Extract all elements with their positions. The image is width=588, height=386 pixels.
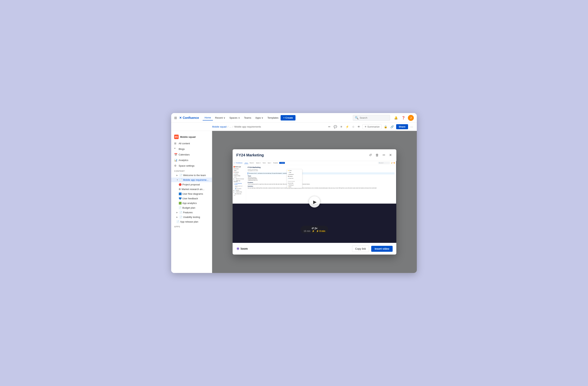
breadcrumb-space[interactable]: Mobile squad [212, 125, 227, 128]
sidebar-item-analytics[interactable]: 📊 Analytics [171, 157, 212, 163]
tree-budget[interactable]: 📄 Budget plan [171, 205, 212, 210]
help-icon[interactable]: ❓ [400, 115, 406, 121]
tree-mobile-req[interactable]: ▼ 📄 Mobile app requireme... [171, 177, 212, 182]
tree-feedback-label: User feedback [182, 197, 198, 200]
tree-icon: 💙 [179, 197, 182, 200]
tree-market-label: Market research an... [182, 188, 205, 191]
lock-icon[interactable]: 🔒 [383, 124, 388, 129]
summarize-button[interactable]: ✳ Summarize [362, 124, 382, 129]
grid-icon[interactable]: ⊞ [174, 116, 177, 120]
play-button[interactable]: ▶ [309, 196, 320, 208]
chevron-icon: ▶ [176, 216, 179, 218]
star-icon[interactable]: ☆ [351, 124, 355, 129]
sidebar-item-calendars-label: Calendars [179, 153, 189, 156]
mini-grid-icon: ⊞ [234, 162, 234, 163]
create-button[interactable]: + Create [281, 115, 295, 120]
tree-welcome[interactable]: ▶ 📄 Welcome to the team [171, 173, 212, 177]
mini-tree-release: 📄 App release plan [232, 193, 246, 195]
tree-icon: 📄 [179, 178, 182, 181]
time-fast: ⚡ 8 min [316, 230, 325, 232]
tree-project-proposal[interactable]: 🔴 Project proposal [171, 182, 212, 187]
sidebar-item-all-content[interactable]: ⊞ All content [171, 141, 212, 146]
mini-nav-templates: Templates [273, 162, 278, 164]
mini-space-icon: M [233, 166, 235, 168]
lightning-icon[interactable]: ⚡ [345, 124, 350, 129]
breadcrumb-ellipsis: ... [230, 125, 231, 128]
tree-icon: 📄 [179, 174, 182, 177]
sidebar-item-blogs[interactable]: ❞ Blogs [171, 146, 212, 152]
mini-dropdown-sep [287, 180, 302, 180]
comment-icon[interactable]: 💬 [333, 124, 338, 129]
speed-times: 16 min ⚡ ⚡ 8 min [304, 230, 325, 232]
nav-apps[interactable]: Apps ∨ [253, 115, 265, 120]
share-button[interactable]: Share [396, 124, 408, 129]
play-overlay[interactable]: ▶ [309, 196, 320, 208]
settings-icon: ⚙ [174, 164, 177, 167]
tree-icon: 🟩 [179, 202, 182, 205]
insert-video-button[interactable]: Insert video [371, 246, 393, 252]
time-normal: 16 min [304, 230, 310, 232]
tree-usability[interactable]: ▶ 📄 Usability testing [171, 215, 212, 219]
search-input[interactable] [360, 116, 386, 119]
tree-user-feedback[interactable]: 💙 User feedback [171, 196, 212, 201]
eye-icon[interactable]: 👁 [357, 124, 361, 129]
mini-space-label: Mobile squad [235, 166, 241, 167]
nav-spaces[interactable]: Spaces ∨ [228, 115, 242, 120]
mini-tree-features: ▶ 📄 Features [232, 190, 246, 191]
close-button[interactable]: ✕ [388, 152, 393, 158]
analytics-icon: 📊 [174, 159, 177, 162]
scissors-button[interactable]: ✂ [382, 152, 386, 158]
sidebar-item-calendars[interactable]: 📅 Calendars [171, 152, 212, 157]
sidebar-item-settings-label: Space settings [179, 164, 194, 167]
search-bar[interactable]: 🔍 [353, 115, 390, 121]
mini-nav-spaces: Spaces ∨ [255, 162, 261, 164]
undo-button[interactable]: ↺ [368, 152, 373, 158]
mini-content-area: 📁 Folder 📄 Page ⬜ Whiteboard 🗄 Database … [246, 165, 396, 204]
notifications-icon[interactable]: 🔔 [393, 115, 399, 121]
tree-project-label: Project proposal [182, 183, 200, 186]
chevron-icon: ▼ [176, 179, 179, 181]
tree-analytics-label: App analytics [182, 202, 197, 205]
nav-templates[interactable]: Templates [266, 115, 280, 120]
video-preview[interactable]: ⊞ ✕ Confluence Home Recent ∨ Spaces ∨ Te… [232, 161, 396, 243]
mini-dropdown-smartlink: 🔗 Smart Link [287, 177, 302, 179]
mini-calendars: 📅 Calendars [232, 172, 246, 173]
mini-all-content: ⊞ All content [232, 168, 246, 170]
video-content: ⊞ ✕ Confluence Home Recent ∨ Spaces ∨ Te… [232, 161, 396, 243]
ai-icon[interactable]: ✳ [339, 124, 343, 129]
play-icon: ▶ [313, 199, 316, 205]
avatar[interactable]: J [408, 115, 414, 121]
mini-tree-mobile: ▼ 📄 Mobile app requireme... [232, 180, 246, 183]
mini-nav-home: Home [244, 162, 248, 164]
tree-app-analytics[interactable]: 🟩 App analytics [171, 201, 212, 205]
mini-solution-title: Solution [248, 186, 395, 187]
modal-overlay[interactable]: FY24 Marketing ↺ 🗑 ✂ ✕ [212, 131, 417, 273]
tree-user-flow[interactable]: 🟦 User flow diagrams [171, 192, 212, 196]
nav-links: Home Recent ∨ Spaces ∨ Teams Apps ∨ Temp… [203, 115, 351, 120]
mini-dropdown-main-section: 📁 Folder 📄 Page ⬜ Whiteboard 🗄 Database … [287, 169, 302, 180]
calendars-icon: 📅 [174, 153, 177, 156]
mini-nav: ⊞ ✕ Confluence Home Recent ∨ Spaces ∨ Te… [232, 161, 396, 165]
tree-features[interactable]: ▶ 📄 Features [171, 210, 212, 215]
link-icon[interactable]: 🔗 [390, 124, 395, 129]
trash-button[interactable]: 🗑 [375, 153, 379, 158]
lightning2-icon: ⚡ [316, 230, 319, 232]
nav-home[interactable]: Home [203, 115, 213, 120]
loom-star-icon: ✳ [236, 247, 239, 251]
tree-usability-label: Usability testing [183, 216, 200, 218]
copy-link-button[interactable]: Copy link [352, 246, 369, 252]
mini-dropdown-word: 📝 Word [287, 186, 302, 188]
space-icon: MS [174, 135, 179, 139]
breadcrumb-page: Mobile app requirements [234, 125, 261, 128]
sidebar-item-settings[interactable]: ⚙ Space settings [171, 163, 212, 169]
nav-recent[interactable]: Recent ∨ [213, 115, 227, 120]
edit-icon[interactable]: ✏ [328, 124, 331, 129]
more-icon[interactable]: ⋯ [410, 124, 414, 129]
tree-app-release[interactable]: 📄 App release plan [171, 219, 212, 224]
mini-sidebar: M Mobile squad ⊞ All content ❞ Blogs 📅 C… [232, 165, 246, 204]
breadcrumb-sep2: / [232, 125, 233, 128]
tree-market-research[interactable]: ⚙ Market research an... [171, 187, 212, 192]
chevron-icon: ▶ [176, 212, 179, 213]
mini-notif: 🔔 ❓ 🟠 [391, 162, 395, 163]
nav-teams[interactable]: Teams [242, 115, 253, 120]
